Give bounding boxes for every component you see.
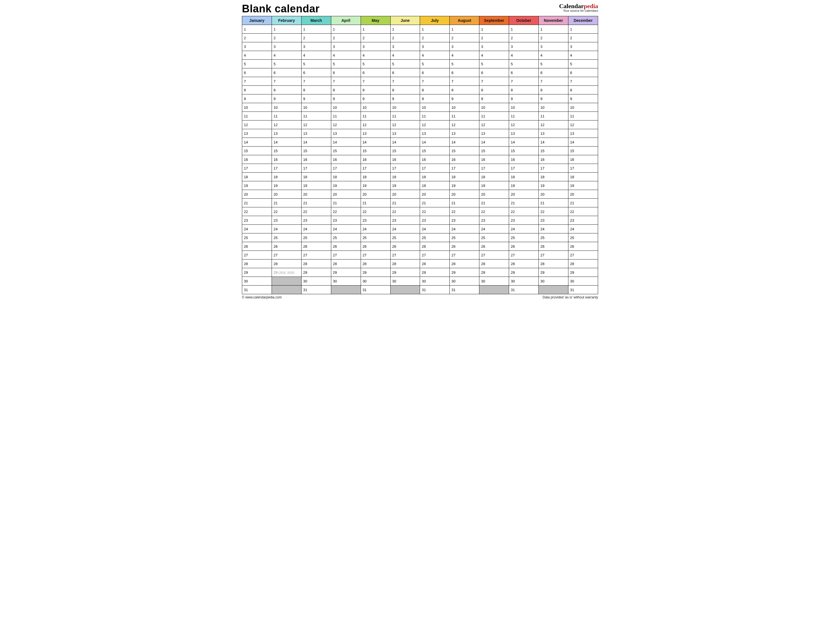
- day-cell: 7: [301, 77, 331, 86]
- day-cell: 5: [331, 60, 361, 68]
- day-cell: 12: [272, 120, 301, 129]
- day-cell: 29: [242, 268, 272, 277]
- month-header: October: [509, 16, 539, 25]
- day-cell: 16: [450, 155, 479, 164]
- day-cell: 27: [272, 251, 301, 260]
- day-cell: 7: [539, 77, 568, 86]
- day-cell: 14: [390, 138, 420, 147]
- day-cell: 2: [509, 33, 539, 42]
- day-cell: 26: [509, 242, 539, 251]
- day-cell: 30: [390, 277, 420, 286]
- day-cell: 22: [301, 207, 331, 216]
- day-cell: 27: [509, 251, 539, 260]
- day-cell: 17: [272, 164, 301, 172]
- day-cell: 18: [301, 172, 331, 181]
- day-cell: 17: [301, 164, 331, 172]
- day-cell: 26: [479, 242, 509, 251]
- table-row: 444444444444: [242, 51, 598, 60]
- day-cell: 4: [568, 51, 598, 60]
- day-cell: 7: [331, 77, 361, 86]
- day-cell: 13: [568, 129, 598, 138]
- day-cell: 4: [361, 51, 390, 60]
- day-cell: 29: [331, 268, 361, 277]
- day-cell: 11: [301, 112, 331, 120]
- day-cell: 10: [450, 103, 479, 112]
- day-cell: 18: [272, 172, 301, 181]
- day-cell: 3: [272, 42, 301, 51]
- day-cell: 4: [450, 51, 479, 60]
- day-cell: 30: [568, 277, 598, 286]
- day-cell: 10: [390, 103, 420, 112]
- day-cell: 4: [390, 51, 420, 60]
- day-cell: 27: [568, 251, 598, 260]
- day-cell: 2: [420, 33, 450, 42]
- table-row: 242424242424242424242424: [242, 225, 598, 233]
- day-cell: 9: [331, 95, 361, 103]
- day-cell: 8: [479, 86, 509, 95]
- day-cell: 30: [331, 277, 361, 286]
- day-cell: 3: [479, 42, 509, 51]
- day-cell: 1: [242, 25, 272, 33]
- day-cell: 9: [450, 95, 479, 103]
- day-cell: 1: [301, 25, 331, 33]
- day-cell: 19: [479, 181, 509, 190]
- day-cell: 6: [331, 68, 361, 77]
- day-cell: 13: [272, 129, 301, 138]
- day-cell: 11: [242, 112, 272, 120]
- table-row: 282828282828282828282828: [242, 260, 598, 268]
- day-cell: 31: [420, 286, 450, 294]
- day-cell: 5: [568, 60, 598, 68]
- day-cell: 23: [509, 216, 539, 225]
- day-cell: 28: [301, 260, 331, 268]
- day-cell: 13: [390, 129, 420, 138]
- day-cell: 22: [568, 207, 598, 216]
- day-cell: 5: [272, 60, 301, 68]
- day-cell: 3: [509, 42, 539, 51]
- day-cell: 7: [568, 77, 598, 86]
- day-cell: 17: [539, 164, 568, 172]
- day-cell: 1: [568, 25, 598, 33]
- brand-name-part1: Calendar: [559, 3, 584, 9]
- day-cell: 21: [390, 199, 420, 207]
- day-cell: 7: [420, 77, 450, 86]
- day-cell: 19: [242, 181, 272, 190]
- day-cell: 26: [361, 242, 390, 251]
- day-cell: 24: [509, 225, 539, 233]
- day-cell: 1: [361, 25, 390, 33]
- table-row: 555555555555: [242, 60, 598, 68]
- day-cell: 4: [301, 51, 331, 60]
- day-cell: 19: [509, 181, 539, 190]
- brand-tagline: Your source for calendars: [559, 9, 598, 13]
- day-cell: 25: [390, 233, 420, 242]
- day-cell: 2: [301, 33, 331, 42]
- day-cell: 18: [539, 172, 568, 181]
- day-cell: 14: [568, 138, 598, 147]
- table-row: 131313131313131313131313: [242, 129, 598, 138]
- day-cell: 22: [450, 207, 479, 216]
- day-cell: 30: [361, 277, 390, 286]
- day-cell: 19: [390, 181, 420, 190]
- day-cell: 1: [509, 25, 539, 33]
- day-cell: 24: [539, 225, 568, 233]
- day-cell: 22: [272, 207, 301, 216]
- brand-logo: Calendarpedia Your source for calendars: [559, 3, 598, 13]
- month-header: December: [568, 16, 598, 25]
- day-cell: 29(2016, 2020): [272, 268, 301, 277]
- month-header: February: [272, 16, 301, 25]
- day-cell: 21: [479, 199, 509, 207]
- table-row: 999999999999: [242, 95, 598, 103]
- day-cell: 22: [331, 207, 361, 216]
- day-cell: 30: [301, 277, 331, 286]
- day-cell: [331, 286, 361, 294]
- day-cell: 15: [420, 147, 450, 155]
- table-row: 666666666666: [242, 68, 598, 77]
- day-cell: 12: [361, 120, 390, 129]
- month-header: July: [420, 16, 450, 25]
- day-cell: 12: [390, 120, 420, 129]
- day-cell: 19: [301, 181, 331, 190]
- day-cell: 18: [361, 172, 390, 181]
- day-cell: 7: [242, 77, 272, 86]
- day-cell: 27: [479, 251, 509, 260]
- day-cell: 14: [509, 138, 539, 147]
- day-cell: 2: [242, 33, 272, 42]
